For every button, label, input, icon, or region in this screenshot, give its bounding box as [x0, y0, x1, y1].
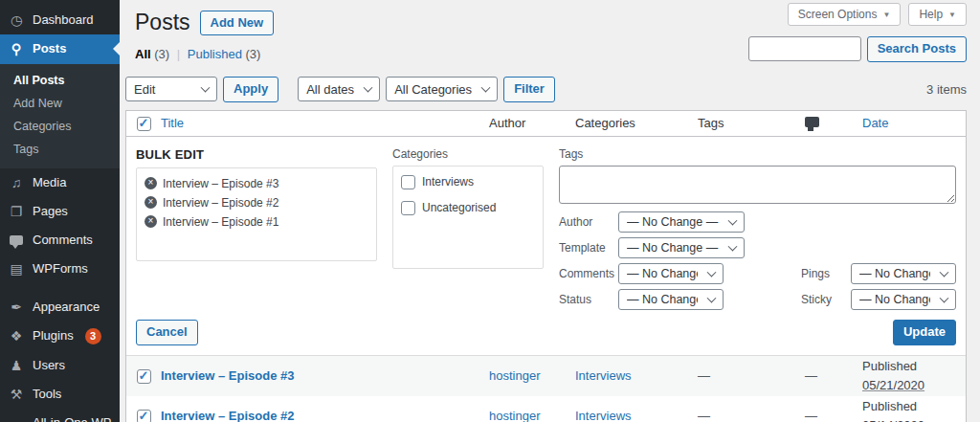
remove-post-icon[interactable]: × — [145, 215, 157, 228]
category-link[interactable]: Interviews — [575, 409, 632, 422]
sidebar-item-plugins[interactable]: ❖ Plugins 3 — [0, 322, 120, 351]
select-all-checkbox[interactable] — [137, 117, 151, 131]
sidebar-item-media[interactable]: ♫ Media — [0, 168, 120, 197]
bulk-edit-legend: BULK EDIT — [136, 141, 377, 167]
sidebar-item-comments[interactable]: Comments — [0, 226, 120, 255]
categories-filter-select[interactable]: All Categories — [386, 77, 498, 101]
column-header-date[interactable]: Date — [862, 116, 966, 130]
sidebar-item-users[interactable]: ♟ Users — [0, 351, 120, 380]
selected-post-item: × Interview – Episode #1 — [145, 215, 368, 229]
plugins-icon: ❖ — [8, 328, 25, 344]
tags-value: — — [698, 368, 710, 383]
categories-label: Categories — [392, 141, 544, 166]
appearance-icon: ✒ — [8, 300, 25, 315]
author-select-wrap: — No Change — — [618, 211, 745, 233]
template-label: Template — [559, 241, 618, 255]
author-link[interactable]: hostinger — [489, 409, 540, 422]
category-checkbox[interactable] — [401, 201, 415, 215]
bulk-edit-form-column: Tags Author — No Change — Template — No … — [559, 141, 956, 310]
post-title-link[interactable]: Interview – Episode #3 — [161, 368, 294, 383]
sidebar-item-tags[interactable]: Tags — [0, 138, 120, 161]
help-button[interactable]: Help ▼ — [908, 3, 967, 26]
author-link[interactable]: hostinger — [489, 368, 540, 383]
tags-label: Tags — [559, 141, 956, 166]
column-header-author: Author — [489, 116, 575, 130]
view-all-link[interactable]: All — [135, 47, 151, 61]
dates-select-wrap: All dates — [298, 77, 380, 101]
post-title-link[interactable]: Interview – Episode #2 — [161, 409, 294, 422]
cancel-button[interactable]: Cancel — [136, 320, 198, 345]
bulk-action-select[interactable]: Edit — [125, 77, 217, 101]
status-select[interactable]: — No Change — — [618, 289, 724, 310]
selected-post-title: Interview – Episode #1 — [163, 215, 278, 229]
sidebar-item-label: Media — [33, 175, 66, 190]
sidebar-item-categories[interactable]: Categories — [0, 115, 120, 138]
date-cell: Published 05/14/2020 — [862, 397, 966, 422]
sidebar-item-migration[interactable]: ↻ All-in-One WP Migration — [0, 409, 120, 422]
posts-submenu: All Posts Add New Categories Tags — [0, 64, 120, 168]
search-input[interactable] — [748, 36, 861, 61]
sidebar-item-wpforms[interactable]: ▤ WPForms — [0, 255, 120, 283]
screen-options-button[interactable]: Screen Options ▼ — [788, 3, 902, 26]
template-select[interactable]: — No Change — — [618, 237, 745, 258]
sidebar-item-add-new[interactable]: Add New — [0, 92, 120, 115]
selected-post-item: × Interview – Episode #3 — [145, 177, 368, 190]
status-select-wrap: — No Change — — [618, 289, 724, 310]
view-all-count: (3) — [154, 47, 169, 61]
sidebar-item-pages[interactable]: ❐ Pages — [0, 197, 120, 226]
category-link[interactable]: Interviews — [575, 368, 632, 383]
sidebar-item-appearance[interactable]: ✒ Appearance — [0, 293, 120, 322]
comments-select[interactable]: — No Change — — [618, 263, 724, 284]
row-checkbox[interactable] — [137, 369, 151, 384]
admin-sidebar: ◷ Dashboard ⚲ Posts All Posts Add New Ca… — [0, 0, 120, 422]
remove-post-icon[interactable]: × — [145, 177, 157, 189]
author-label: Author — [559, 215, 618, 229]
category-checkbox[interactable] — [401, 175, 415, 189]
sticky-select[interactable]: — No Change — — [851, 289, 956, 310]
tags-value: — — [698, 409, 710, 422]
page-title: Posts — [135, 9, 190, 37]
pings-select-wrap: — No Change — — [851, 263, 956, 284]
sidebar-item-all-posts[interactable]: All Posts — [0, 69, 120, 92]
selected-post-title: Interview – Episode #3 — [163, 177, 278, 190]
sidebar-item-label: Pages — [33, 204, 68, 219]
sidebar-item-label: Dashboard — [33, 12, 94, 28]
category-option-uncategorised[interactable]: Uncategorised — [401, 201, 535, 215]
table-row: Interview – Episode #2 hostinger Intervi… — [126, 396, 966, 422]
pings-select[interactable]: — No Change — — [851, 263, 956, 284]
category-option-interviews[interactable]: Interviews — [401, 175, 535, 189]
view-published-count: (3) — [246, 47, 261, 61]
items-count: 3 items — [926, 82, 967, 97]
bulk-edit-panel: BULK EDIT × Interview – Episode #3 × Int… — [126, 137, 966, 356]
template-select-wrap: — No Change — — [618, 237, 745, 258]
status-label: Status — [559, 293, 618, 306]
author-select[interactable]: — No Change — — [618, 211, 745, 233]
bulk-edit-titles-column: BULK EDIT × Interview – Episode #3 × Int… — [136, 141, 377, 261]
remove-post-icon[interactable]: × — [145, 196, 157, 209]
plugins-update-badge: 3 — [85, 328, 101, 344]
admin-content: Screen Options ▼ Help ▼ Posts Add New Al… — [120, 0, 980, 422]
sidebar-item-label: Appearance — [33, 300, 100, 315]
column-header-title[interactable]: Title — [161, 116, 489, 130]
screen-options-label: Screen Options — [798, 8, 878, 21]
update-button[interactable]: Update — [893, 320, 956, 345]
tags-textarea[interactable] — [559, 166, 956, 204]
sidebar-item-dashboard[interactable]: ◷ Dashboard — [0, 6, 120, 34]
comments-icon — [8, 233, 25, 248]
sidebar-item-tools[interactable]: ⚒ Tools — [0, 380, 120, 409]
row-checkbox[interactable] — [137, 410, 151, 422]
sidebar-item-posts[interactable]: ⚲ Posts — [0, 34, 120, 63]
search-posts-button[interactable]: Search Posts — [867, 36, 967, 62]
comments-select-wrap: — No Change — — [618, 263, 724, 284]
sticky-label: Sticky — [801, 293, 841, 306]
post-status: Published — [862, 397, 966, 416]
dates-filter-select[interactable]: All dates — [298, 77, 380, 101]
column-header-categories: Categories — [575, 116, 698, 130]
add-new-button[interactable]: Add New — [200, 11, 275, 36]
filter-button[interactable]: Filter — [503, 77, 555, 102]
sidebar-item-label: Tools — [33, 387, 61, 402]
view-published-link[interactable]: Published — [188, 47, 242, 61]
apply-button[interactable]: Apply — [223, 77, 278, 102]
sticky-select-wrap: — No Change — — [851, 289, 956, 310]
category-option-label: Uncategorised — [422, 201, 496, 214]
